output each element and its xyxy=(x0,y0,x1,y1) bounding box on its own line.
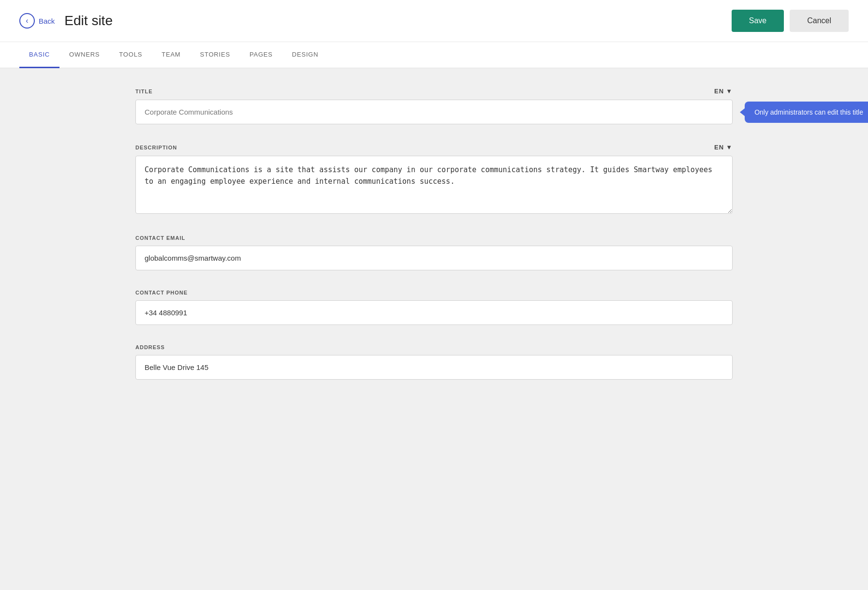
tab-team[interactable]: TEAM xyxy=(152,42,190,68)
description-group: DESCRIPTION EN ▼ Corporate Communication… xyxy=(135,144,733,216)
admin-tooltip: Only administrators can edit this title xyxy=(745,102,868,123)
contact-email-label-row: CONTACT EMAIL xyxy=(135,235,733,241)
page-title: Edit site xyxy=(64,13,113,29)
title-input[interactable] xyxy=(135,100,733,124)
description-label-row: DESCRIPTION EN ▼ xyxy=(135,144,733,151)
title-label: TITLE xyxy=(135,88,153,94)
save-button[interactable]: Save xyxy=(732,10,784,32)
tooltip-text: Only administrators can edit this title xyxy=(754,108,863,116)
contact-email-label: CONTACT EMAIL xyxy=(135,235,185,241)
back-icon: ‹ xyxy=(19,13,35,29)
title-field-wrapper: Only administrators can edit this title xyxy=(135,100,733,124)
contact-phone-label-row: CONTACT PHONE xyxy=(135,290,733,295)
tab-pages[interactable]: PAGES xyxy=(240,42,282,68)
tab-stories[interactable]: STORIES xyxy=(190,42,239,68)
contact-phone-label: CONTACT PHONE xyxy=(135,290,188,295)
description-label: DESCRIPTION xyxy=(135,145,177,150)
tab-tools[interactable]: TOOLS xyxy=(109,42,152,68)
contact-email-group: CONTACT EMAIL xyxy=(135,235,733,270)
back-label: Back xyxy=(39,17,55,25)
header-actions: Save Cancel xyxy=(732,10,849,32)
address-group: ADDRESS xyxy=(135,344,733,380)
address-input[interactable] xyxy=(135,355,733,380)
contact-email-input[interactable] xyxy=(135,246,733,270)
description-textarea[interactable]: Corporate Communications is a site that … xyxy=(135,156,733,214)
description-lang-value: EN xyxy=(714,144,724,151)
tab-basic[interactable]: BASIC xyxy=(19,42,59,68)
title-lang-chevron-icon: ▼ xyxy=(726,88,733,95)
header: ‹ Back Edit site Save Cancel xyxy=(0,0,868,42)
title-label-row: TITLE EN ▼ xyxy=(135,88,733,95)
title-lang-value: EN xyxy=(714,88,724,95)
title-group: TITLE EN ▼ Only administrators can edit … xyxy=(135,88,733,124)
tabs-row: BASIC OWNERS TOOLS TEAM STORIES PAGES DE… xyxy=(0,42,868,68)
main-content: TITLE EN ▼ Only administrators can edit … xyxy=(0,68,868,418)
address-label-row: ADDRESS xyxy=(135,344,733,350)
tab-design[interactable]: DESIGN xyxy=(282,42,328,68)
title-lang-selector[interactable]: EN ▼ xyxy=(714,88,733,95)
contact-phone-group: CONTACT PHONE xyxy=(135,290,733,325)
contact-phone-input[interactable] xyxy=(135,300,733,325)
back-button[interactable]: ‹ Back xyxy=(19,13,55,29)
description-lang-selector[interactable]: EN ▼ xyxy=(714,144,733,151)
cancel-button[interactable]: Cancel xyxy=(790,10,849,32)
address-label: ADDRESS xyxy=(135,344,165,350)
description-lang-chevron-icon: ▼ xyxy=(726,144,733,151)
tab-owners[interactable]: OWNERS xyxy=(59,42,109,68)
